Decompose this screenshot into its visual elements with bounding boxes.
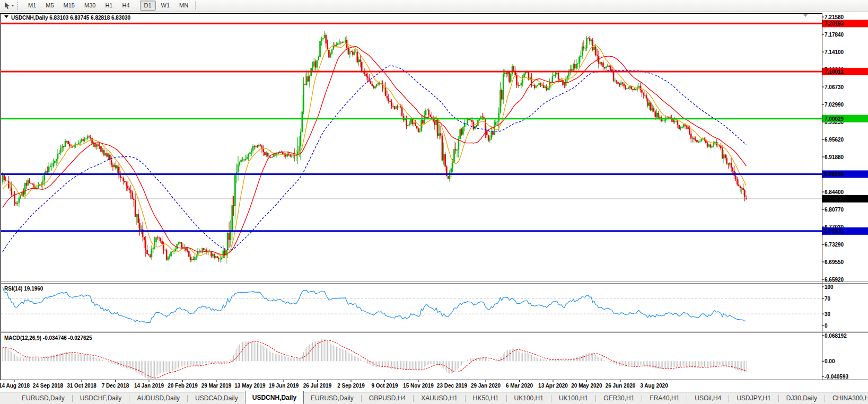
price-axis-tick: 7.21580 — [825, 14, 844, 20]
date-axis-label: 9 Oct 2019 — [371, 383, 398, 389]
rsi-indicator-label: RSI(14) 19.1960 — [4, 286, 43, 292]
date-axis-label: 29 Mar 2019 — [201, 383, 232, 389]
tab-divider — [506, 395, 507, 402]
tab-divider — [729, 395, 729, 402]
rsi-axis-tick: 0 — [825, 323, 828, 329]
svg-text:7.20193: 7.20193 — [825, 21, 844, 27]
rsi-axis-tick: 100 — [825, 284, 834, 290]
tab-divider — [825, 395, 825, 402]
timeframe-button-h1[interactable]: H1 — [101, 1, 117, 11]
toolbar-grip[interactable] — [17, 2, 20, 10]
date-axis-label: 20 Feb 2019 — [168, 383, 198, 389]
chart-tabs-group: EURUSD,DailyUSDCHF,DailyAUDUSD,DailyUSDC… — [15, 393, 868, 404]
tab-gbpusd-h4[interactable]: GBPUSD,H4 — [362, 393, 413, 404]
macd-axis-tick: 0.00 — [825, 358, 835, 364]
svg-text:7.10011: 7.10011 — [825, 69, 844, 75]
date-axis-label: 23 Dec 2019 — [437, 383, 468, 389]
price-axis-tick: 6.95620 — [825, 137, 844, 143]
date-axis-label: 19 Jun 2019 — [269, 383, 299, 389]
tab-fra40-h1[interactable]: FRA40,H1 — [643, 393, 686, 404]
tab-divider — [778, 395, 779, 402]
svg-text:6.88250: 6.88250 — [825, 171, 844, 177]
tab-dj30-daily[interactable]: DJ30,Daily — [779, 393, 824, 404]
tab-uk100-h1[interactable]: UK100,H1 — [552, 393, 595, 404]
chart-tabs-bar: EURUSD,DailyUSDCHF,DailyAUDUSD,DailyUSDC… — [0, 392, 868, 404]
date-axis-label: 15 Nov 2019 — [403, 383, 434, 389]
tab-usdcnh-daily[interactable]: USDCNH,Daily — [245, 391, 304, 404]
chart-title-ohlc: USDCNH,Daily 6.83103 6.83745 6.82818 6.8… — [11, 15, 131, 21]
toolbar-divider — [137, 1, 137, 10]
date-axis-label: 29 Jan 2020 — [471, 383, 501, 389]
date-axis-label: 14 Jan 2019 — [134, 383, 164, 389]
timeframe-button-m1[interactable]: M1 — [24, 1, 40, 11]
svg-text:6.76171: 6.76171 — [825, 229, 844, 234]
tab-divider — [595, 395, 596, 402]
macd-axis-tick: -0.040593 — [825, 374, 848, 380]
date-axis-label: 26 Jul 2019 — [303, 383, 332, 389]
date-axis-label: 26 Jun 2020 — [606, 383, 636, 389]
date-axis-label: 13 May 2019 — [234, 383, 266, 389]
tab-usoil-h4[interactable]: USOil,H4 — [688, 393, 728, 404]
timeframe-button-mn[interactable]: MN — [175, 1, 192, 11]
timeframe-toolbar: ▾ M1M5M15M30H1H4D1W1MN — [0, 0, 868, 12]
date-axis-label: 7 Dec 2018 — [102, 383, 129, 389]
tab-usdjpy-h1[interactable]: USDJPY,H1 — [730, 393, 777, 404]
tab-eurusd-daily[interactable]: EURUSD,Daily — [15, 393, 72, 404]
price-axis-tick: 7.17840 — [825, 32, 844, 38]
rsi-axis-tick: 30 — [825, 311, 831, 317]
tab-xauusd-h1[interactable]: XAUUSD,H1 — [414, 393, 464, 404]
price-axis-tick: 6.69550 — [825, 259, 844, 265]
price-axis-tick: 6.80770 — [825, 207, 844, 213]
price-axis-tick: 7.14100 — [825, 49, 844, 55]
tab-divider — [465, 395, 466, 402]
date-axis-label: 3 Aug 2020 — [640, 383, 668, 389]
timeframe-button-h4[interactable]: H4 — [118, 1, 134, 11]
date-axis-label: 24 Sep 2018 — [33, 383, 64, 389]
tab-usdcad-daily[interactable]: USDCAD,Daily — [188, 393, 245, 404]
cursor-tool-button[interactable]: ▾ — [2, 1, 15, 10]
tab-china300-h1[interactable]: CHINA300,H1 — [826, 393, 868, 404]
svg-text:6.83030: 6.83030 — [825, 196, 844, 202]
date-axis-label: 6 Mar 2020 — [506, 383, 533, 389]
timeframe-button-d1[interactable]: D1 — [140, 1, 156, 11]
tab-divider — [642, 395, 642, 402]
timeframe-button-w1[interactable]: W1 — [157, 1, 174, 11]
price-axis-tick: 6.84400 — [825, 189, 844, 195]
date-axis-label: 31 Oct 2018 — [67, 383, 97, 389]
tab-divider — [551, 395, 551, 402]
chart-canvas[interactable]: 7.215807.178407.141007.103607.067307.029… — [0, 0, 868, 404]
tab-divider — [72, 395, 73, 402]
date-axis-label: 13 Apr 2020 — [538, 383, 568, 389]
tab-divider — [687, 395, 687, 402]
caret-down-icon[interactable]: ▾ — [12, 4, 14, 8]
tab-uk100-h1[interactable]: UK100,H1 — [507, 393, 550, 404]
price-axis-tick: 7.02990 — [825, 102, 844, 108]
toolbar-divider — [195, 1, 196, 10]
tab-hk50-h1[interactable]: HK50,H1 — [466, 393, 506, 404]
tab-ger30-h1[interactable]: GER30,H1 — [597, 393, 641, 404]
macd-indicator-label: MACD(12,26,9) -0.034746 -0.027625 — [4, 335, 92, 341]
svg-text:7.00029: 7.00029 — [825, 116, 844, 122]
date-axis-label: 2 Sep 2019 — [337, 383, 365, 389]
date-axis-label: 14 Aug 2018 — [0, 383, 30, 389]
price-axis-tick: 6.73290 — [825, 242, 844, 248]
rsi-axis-tick: 70 — [825, 296, 831, 302]
timeframe-button-m30[interactable]: M30 — [80, 1, 100, 11]
cursor-tool-icon — [3, 2, 11, 10]
tab-divider — [361, 395, 362, 402]
price-axis-tick: 7.06730 — [825, 84, 844, 90]
tab-divider — [413, 395, 414, 402]
timeframe-buttons-group: M1M5M15M30H1H4D1W1MN — [23, 1, 198, 11]
macd-axis-tick: 0.068192 — [825, 333, 847, 339]
date-axis-label: 20 May 2020 — [571, 383, 602, 389]
timeframe-button-m15[interactable]: M15 — [59, 1, 79, 11]
tab-divider — [187, 395, 188, 402]
timeframe-button-m5[interactable]: M5 — [41, 1, 58, 11]
tab-divider — [129, 395, 129, 402]
price-axis-tick: 6.65920 — [825, 277, 844, 283]
tab-audusd-daily[interactable]: AUDUSD,Daily — [130, 393, 187, 404]
tab-usdchf-daily[interactable]: USDCHF,Daily — [73, 393, 129, 404]
tab-eurusd-daily[interactable]: EURUSD,Daily — [304, 393, 361, 404]
price-axis-tick: 6.91880 — [825, 154, 844, 160]
price-chart-svg[interactable]: 7.215807.178407.141007.103607.067307.029… — [0, 0, 868, 404]
